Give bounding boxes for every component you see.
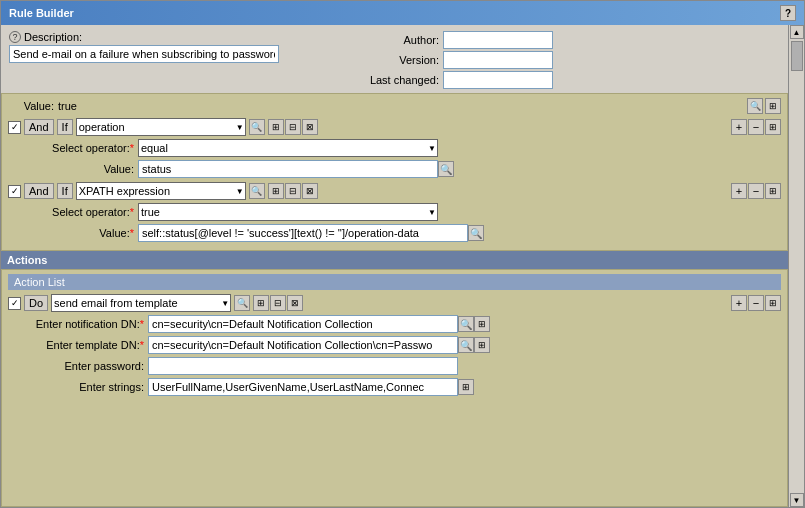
- vertical-scrollbar: ▲ ▼: [788, 25, 804, 507]
- password-input[interactable]: [148, 357, 458, 375]
- action1-type-select[interactable]: send email from template: [51, 294, 231, 312]
- cond2-op-label: Select operator:: [28, 206, 138, 218]
- last-changed-label: Last changed:: [359, 74, 439, 86]
- notif-dn-label: Enter notification DN:: [8, 318, 148, 330]
- cond1-val-label: Value:: [28, 163, 138, 175]
- title-bar: Rule Builder ?: [1, 1, 804, 25]
- cond2-right-copy[interactable]: ⊞: [765, 183, 781, 199]
- cond1-add-btn[interactable]: ⊞: [268, 119, 284, 135]
- cond2-search-btn[interactable]: 🔍: [249, 183, 265, 199]
- conditions-section: Value: true 🔍 ⊞ And If: [1, 93, 788, 251]
- notif-dn-input[interactable]: [148, 315, 458, 333]
- cond2-add-btn[interactable]: ⊞: [268, 183, 284, 199]
- top-value-label: Value:: [8, 100, 58, 112]
- cond1-val-input[interactable]: [138, 160, 438, 178]
- cond1-right-copy[interactable]: ⊞: [765, 119, 781, 135]
- description-help-icon: ?: [9, 31, 21, 43]
- template-dn-copy[interactable]: ⊞: [474, 337, 490, 353]
- action1-add-btn[interactable]: ⊞: [253, 295, 269, 311]
- description-label: Description:: [24, 31, 82, 43]
- cond2-del-btn[interactable]: ⊟: [285, 183, 301, 199]
- strings-copy[interactable]: ⊞: [458, 379, 474, 395]
- cond1-op-select[interactable]: equal: [138, 139, 438, 157]
- version-input[interactable]: [443, 51, 553, 69]
- cond1-del-btn[interactable]: ⊟: [285, 119, 301, 135]
- cond1-search-btn[interactable]: 🔍: [249, 119, 265, 135]
- cond2-extra-btn[interactable]: ⊠: [302, 183, 318, 199]
- notif-dn-search[interactable]: 🔍: [458, 316, 474, 332]
- cond1-op-select-wrapper: equal: [138, 139, 438, 157]
- cond2-val-label: Value:: [28, 227, 138, 239]
- action-list-section: Action List Do send email from template: [1, 269, 788, 507]
- cond2-val-input[interactable]: [138, 224, 468, 242]
- action1-type-select-wrapper: send email from template: [51, 294, 231, 312]
- condition2-and-badge: And: [24, 183, 54, 199]
- description-input[interactable]: [9, 45, 279, 63]
- strings-input[interactable]: [148, 378, 458, 396]
- condition2-checkbox[interactable]: [8, 185, 21, 198]
- cond2-val-search[interactable]: 🔍: [468, 225, 484, 241]
- condition1-if-badge: If: [57, 119, 73, 135]
- cond1-extra-btn[interactable]: ⊠: [302, 119, 318, 135]
- action1-do-badge: Do: [24, 295, 48, 311]
- cond1-right-del[interactable]: −: [748, 119, 764, 135]
- action-row-1: Do send email from template 🔍: [8, 294, 781, 399]
- strings-label: Enter strings:: [8, 381, 148, 393]
- top-value-text: true: [58, 100, 77, 112]
- scroll-up-btn[interactable]: ▲: [790, 25, 804, 39]
- value-search-btn[interactable]: 🔍: [747, 98, 763, 114]
- action1-del-btn[interactable]: ⊟: [270, 295, 286, 311]
- action1-right-del[interactable]: −: [748, 295, 764, 311]
- value-row: Value: true 🔍 ⊞: [8, 98, 781, 114]
- condition1-and-badge: And: [24, 119, 54, 135]
- template-dn-input[interactable]: [148, 336, 458, 354]
- condition-row-1: And If operation 🔍 ⊞: [8, 118, 781, 178]
- actions-title: Actions: [1, 251, 788, 269]
- scroll-thumb[interactable]: [791, 41, 803, 71]
- cond2-right-add[interactable]: +: [731, 183, 747, 199]
- notif-dn-copy[interactable]: ⊞: [474, 316, 490, 332]
- author-label: Author:: [359, 34, 439, 46]
- condition-row-2: And If XPATH expression 🔍: [8, 182, 781, 242]
- cond2-op-select-wrapper: true: [138, 203, 438, 221]
- condition1-checkbox[interactable]: [8, 121, 21, 134]
- cond1-right-add[interactable]: +: [731, 119, 747, 135]
- cond2-op-select[interactable]: true: [138, 203, 438, 221]
- action1-right-add[interactable]: +: [731, 295, 747, 311]
- template-dn-label: Enter template DN:: [8, 339, 148, 351]
- password-label: Enter password:: [8, 360, 148, 372]
- cond1-op-label: Select operator:: [28, 142, 138, 154]
- value-copy-btn[interactable]: ⊞: [765, 98, 781, 114]
- form-section: ? Description: Author: Version:: [1, 25, 788, 93]
- action1-search-btn[interactable]: 🔍: [234, 295, 250, 311]
- help-button[interactable]: ?: [780, 5, 796, 21]
- action1-checkbox[interactable]: [8, 297, 21, 310]
- cond1-val-search[interactable]: 🔍: [438, 161, 454, 177]
- version-label: Version:: [359, 54, 439, 66]
- last-changed-input[interactable]: [443, 71, 553, 89]
- action1-extra-btn[interactable]: ⊠: [287, 295, 303, 311]
- scroll-down-btn[interactable]: ▼: [790, 493, 804, 507]
- condition1-type-select[interactable]: operation: [76, 118, 246, 136]
- template-dn-search[interactable]: 🔍: [458, 337, 474, 353]
- author-input[interactable]: [443, 31, 553, 49]
- window-title: Rule Builder: [9, 7, 74, 19]
- condition2-type-select[interactable]: XPATH expression: [76, 182, 246, 200]
- condition2-if-badge: If: [57, 183, 73, 199]
- condition1-type-select-wrapper: operation: [76, 118, 246, 136]
- action1-right-copy[interactable]: ⊞: [765, 295, 781, 311]
- rule-builder-window: Rule Builder ? ? Description:: [0, 0, 805, 508]
- action-list-title: Action List: [8, 274, 781, 290]
- cond2-right-del[interactable]: −: [748, 183, 764, 199]
- actions-section: Actions Action List Do send email from t…: [1, 251, 788, 507]
- condition2-type-select-wrapper: XPATH expression: [76, 182, 246, 200]
